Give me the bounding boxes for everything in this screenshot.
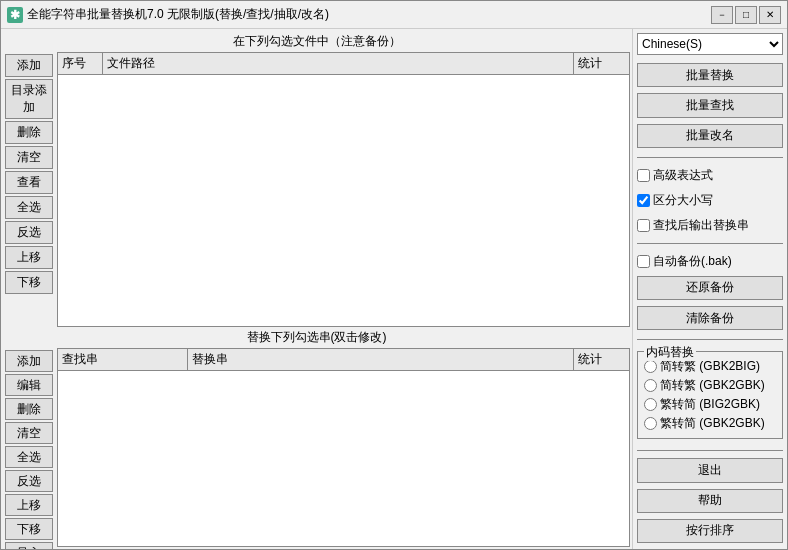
file-dir-add-button[interactable]: 目录添加 [5,79,53,119]
replace-import-button[interactable]: 导入 [5,542,53,549]
title-bar: ✱ 全能字符串批量替换机7.0 无限制版(替换/查找/抽取/改名) － □ ✕ [1,1,787,29]
auto-backup-row[interactable]: 自动备份(.bak) [637,253,783,270]
internal-code-group: 内码替换 简转繁 (GBK2BIG) 简转繁 (GBK2GBK) 繁转简 (BI… [637,351,783,439]
replace-edit-button[interactable]: 编辑 [5,374,53,396]
replace-add-button[interactable]: 添加 [5,350,53,372]
auto-backup-label: 自动备份(.bak) [653,253,732,270]
replace-move-up-button[interactable]: 上移 [5,494,53,516]
internal-code-title: 内码替换 [644,344,696,361]
replace-select-all-button[interactable]: 全选 [5,446,53,468]
replace-col-stat: 统计 [574,349,629,370]
file-add-button[interactable]: 添加 [5,54,53,77]
case-sensitive-row[interactable]: 区分大小写 [637,192,783,209]
replace-col-replace: 替换串 [188,349,574,370]
exit-button[interactable]: 退出 [637,458,783,482]
file-buttons: 添加 目录添加 删除 清空 查看 全选 反选 上移 下移 [3,52,55,327]
replace-table: 查找串 替换串 统计 [57,348,630,547]
output-after-find-row[interactable]: 查找后输出替换串 [637,217,783,234]
batch-rename-button[interactable]: 批量改名 [637,124,783,148]
advanced-regex-label: 高级表达式 [653,167,713,184]
title-bar-text: 全能字符串批量替换机7.0 无限制版(替换/查找/抽取/改名) [27,6,711,23]
language-dropdown-row: Chinese(S) Chinese(T) English [637,33,783,55]
radio-t2t-row[interactable]: 繁转简 (GBK2GBK) [644,415,776,432]
replace-col-find: 查找串 [58,349,188,370]
maximize-button[interactable]: □ [735,6,757,24]
file-move-up-button[interactable]: 上移 [5,246,53,269]
file-col-seq: 序号 [58,53,103,74]
file-clear-button[interactable]: 清空 [5,146,53,169]
replace-table-body[interactable] [58,371,629,546]
app-icon: ✱ [7,7,23,23]
file-section: 在下列勾选文件中（注意备份） 添加 目录添加 删除 清空 查看 全选 反选 上移… [3,31,630,327]
output-after-find-checkbox[interactable] [637,219,650,232]
divider-2 [637,243,783,244]
minimize-button[interactable]: － [711,6,733,24]
case-sensitive-checkbox[interactable] [637,194,650,207]
file-top-area: 添加 目录添加 删除 清空 查看 全选 反选 上移 下移 序号 文件路径 [3,52,630,327]
replace-table-header: 查找串 替换串 统计 [58,349,629,371]
radio-t2s-label: 繁转简 (BIG2GBK) [660,396,760,413]
close-button[interactable]: ✕ [759,6,781,24]
file-select-all-button[interactable]: 全选 [5,196,53,219]
file-invert-button[interactable]: 反选 [5,221,53,244]
help-button[interactable]: 帮助 [637,489,783,513]
replace-section: 替换下列勾选串(双击修改) 添加 编辑 删除 清空 全选 反选 上移 下移 导入… [3,327,630,547]
file-move-down-button[interactable]: 下移 [5,271,53,294]
replace-clear-button[interactable]: 清空 [5,422,53,444]
file-col-path: 文件路径 [103,53,574,74]
file-table-header: 序号 文件路径 统计 [58,53,629,75]
restore-backup-button[interactable]: 还原备份 [637,276,783,300]
clear-backup-button[interactable]: 清除备份 [637,306,783,330]
title-bar-controls: － □ ✕ [711,6,781,24]
replace-delete-button[interactable]: 删除 [5,398,53,420]
radio-s2s-row[interactable]: 简转繁 (GBK2GBK) [644,377,776,394]
advanced-regex-row[interactable]: 高级表达式 [637,167,783,184]
radio-t2t-label: 繁转简 (GBK2GBK) [660,415,765,432]
radio-s2t[interactable] [644,360,657,373]
divider-1 [637,157,783,158]
replace-invert-button[interactable]: 反选 [5,470,53,492]
main-content: 在下列勾选文件中（注意备份） 添加 目录添加 删除 清空 查看 全选 反选 上移… [1,29,787,549]
sort-by-row-button[interactable]: 按行排序 [637,519,783,543]
replace-buttons: 添加 编辑 删除 清空 全选 反选 上移 下移 导入 导出 [3,348,55,547]
file-section-label: 在下列勾选文件中（注意备份） [3,31,630,52]
file-delete-button[interactable]: 删除 [5,121,53,144]
case-sensitive-label: 区分大小写 [653,192,713,209]
file-table: 序号 文件路径 统计 [57,52,630,327]
language-select[interactable]: Chinese(S) Chinese(T) English [637,33,783,55]
output-after-find-label: 查找后输出替换串 [653,217,749,234]
batch-replace-button[interactable]: 批量替换 [637,63,783,87]
file-table-body[interactable] [58,75,629,326]
file-view-button[interactable]: 查看 [5,171,53,194]
replace-top-area: 添加 编辑 删除 清空 全选 反选 上移 下移 导入 导出 查找串 [3,348,630,547]
radio-t2t[interactable] [644,417,657,430]
replace-move-down-button[interactable]: 下移 [5,518,53,540]
left-panel: 在下列勾选文件中（注意备份） 添加 目录添加 删除 清空 查看 全选 反选 上移… [1,29,632,549]
divider-4 [637,450,783,451]
radio-s2s[interactable] [644,379,657,392]
radio-t2s[interactable] [644,398,657,411]
radio-t2s-row[interactable]: 繁转简 (BIG2GBK) [644,396,776,413]
main-window: ✱ 全能字符串批量替换机7.0 无限制版(替换/查找/抽取/改名) － □ ✕ … [0,0,788,550]
auto-backup-checkbox[interactable] [637,255,650,268]
divider-3 [637,339,783,340]
batch-find-button[interactable]: 批量查找 [637,93,783,117]
radio-s2s-label: 简转繁 (GBK2GBK) [660,377,765,394]
replace-section-label: 替换下列勾选串(双击修改) [3,327,630,348]
right-panel: Chinese(S) Chinese(T) English 批量替换 批量查找 … [632,29,787,549]
file-col-stat: 统计 [574,53,629,74]
advanced-regex-checkbox[interactable] [637,169,650,182]
